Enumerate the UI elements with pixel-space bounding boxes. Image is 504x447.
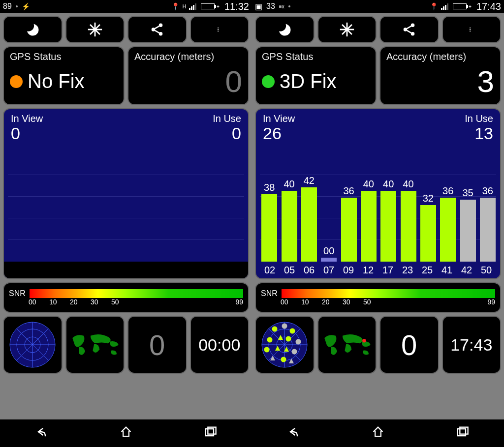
- speed-value: 0: [149, 328, 165, 361]
- satellite-chart[interactable]: In View 26 In Use 13 38 40 42 00: [255, 108, 501, 279]
- in-view-value: 0: [11, 124, 43, 143]
- svg-rect-60: [460, 427, 468, 434]
- svg-point-4: [93, 28, 96, 31]
- night-mode-button[interactable]: [3, 16, 63, 43]
- gps-label: GPS Status: [262, 51, 370, 62]
- gps-status-text: 3D Fix: [280, 70, 337, 92]
- svg-line-9: [155, 30, 159, 33]
- sat-prn-label: 23: [398, 265, 417, 276]
- accuracy-panel[interactable]: Accuracy (meters) 3: [379, 46, 501, 105]
- svg-rect-22: [208, 427, 216, 434]
- night-mode-button[interactable]: [255, 16, 315, 43]
- sat-bar-value: 40: [403, 179, 413, 190]
- network-icon: ≡x: [279, 4, 284, 9]
- svg-point-5: [159, 24, 163, 28]
- back-button[interactable]: [35, 425, 49, 442]
- skyview-tile[interactable]: [255, 316, 315, 374]
- sat-bar: [401, 191, 416, 262]
- sat-bar: [261, 194, 277, 262]
- svg-point-45: [290, 328, 295, 334]
- time-tile[interactable]: 00:00: [190, 316, 250, 374]
- sat-bar-value: 36: [343, 185, 354, 197]
- toolbar: [0, 13, 252, 46]
- svg-rect-21: [205, 429, 213, 436]
- home-button[interactable]: [119, 425, 133, 442]
- svg-point-30: [411, 32, 415, 36]
- sat-prn-label: 50: [476, 265, 496, 276]
- in-use-label: In Use: [465, 113, 493, 124]
- svg-point-46: [267, 337, 273, 343]
- svg-point-11: [218, 29, 219, 30]
- net-type-label: H: [183, 4, 186, 9]
- sat-bar-value: 40: [363, 179, 374, 190]
- gps-label: GPS Status: [10, 51, 118, 62]
- snr-ticks: 0010203050 99: [281, 298, 495, 306]
- recent-button[interactable]: [203, 425, 217, 442]
- worldmap-tile[interactable]: [317, 316, 377, 374]
- compass-button[interactable]: [65, 16, 125, 43]
- share-button[interactable]: [379, 16, 439, 43]
- in-view-label: In View: [11, 113, 43, 124]
- phone-screen-1: ▣ 33 ≡x 📍 + 17:43 GPS Status: [252, 0, 504, 447]
- home-button[interactable]: [371, 425, 385, 442]
- svg-point-6: [152, 28, 156, 31]
- menu-button[interactable]: [190, 16, 250, 43]
- toolbar: [252, 13, 504, 46]
- time-value: 00:00: [198, 335, 240, 355]
- in-view-value: 26: [263, 124, 295, 143]
- gps-status-panel[interactable]: GPS Status No Fix: [3, 46, 125, 105]
- in-use-value: 0: [213, 124, 241, 143]
- battery-icon: [453, 3, 467, 9]
- sat-bar: [301, 187, 317, 262]
- compass-button[interactable]: [317, 16, 377, 43]
- snr-label: SNR: [261, 289, 278, 298]
- svg-point-29: [404, 28, 408, 31]
- accuracy-value: 0: [225, 66, 242, 97]
- snr-legend: SNR 0010203050 99: [3, 282, 249, 313]
- location-icon: 📍: [171, 2, 180, 10]
- svg-point-43: [282, 324, 287, 329]
- accuracy-label: Accuracy (meters): [386, 51, 494, 62]
- svg-point-7: [159, 32, 163, 36]
- status-number: 89: [3, 2, 12, 11]
- gps-status-dot-icon: [262, 75, 275, 88]
- nav-bar: [252, 419, 504, 447]
- menu-button[interactable]: [442, 16, 502, 43]
- gps-status-panel[interactable]: GPS Status 3D Fix: [255, 46, 377, 105]
- accuracy-panel[interactable]: Accuracy (meters) 0: [127, 46, 249, 105]
- svg-point-10: [218, 28, 219, 29]
- time-tile[interactable]: 17:43: [442, 316, 502, 374]
- svg-point-58: [362, 339, 366, 342]
- snr-gradient: [282, 289, 495, 298]
- battery-plus-icon: +: [217, 4, 220, 9]
- svg-point-33: [470, 28, 471, 29]
- speed-tile[interactable]: 0: [127, 316, 187, 374]
- sat-prn-label: 06: [299, 265, 319, 276]
- sat-bar: [380, 191, 396, 262]
- battery-icon: [201, 3, 215, 9]
- sat-prn-label: 12: [358, 265, 378, 276]
- speed-tile[interactable]: 0: [379, 316, 439, 374]
- svg-point-53: [292, 349, 297, 355]
- sat-bar-value: 38: [264, 182, 275, 193]
- snr-label: SNR: [9, 289, 26, 298]
- sat-bar: [282, 191, 297, 262]
- time-value: 17:43: [450, 335, 492, 355]
- worldmap-tile[interactable]: [65, 316, 125, 374]
- sat-bar-value: 36: [482, 185, 493, 197]
- skyview-tile[interactable]: [3, 316, 63, 374]
- signal-icon: [189, 3, 198, 10]
- svg-rect-59: [457, 429, 465, 436]
- sat-bar-value: 35: [462, 187, 473, 199]
- gps-status-text: No Fix: [28, 70, 85, 92]
- sat-prn-label: 41: [437, 265, 457, 276]
- svg-point-50: [264, 347, 270, 353]
- sat-bar: [440, 198, 456, 262]
- back-button[interactable]: [287, 425, 301, 442]
- sat-prn-label: 02: [260, 265, 280, 276]
- recent-button[interactable]: [455, 425, 469, 442]
- sat-bar: [361, 191, 377, 262]
- svg-line-32: [407, 30, 411, 33]
- satellite-chart[interactable]: In View 0 In Use 0: [3, 108, 249, 279]
- share-button[interactable]: [127, 16, 187, 43]
